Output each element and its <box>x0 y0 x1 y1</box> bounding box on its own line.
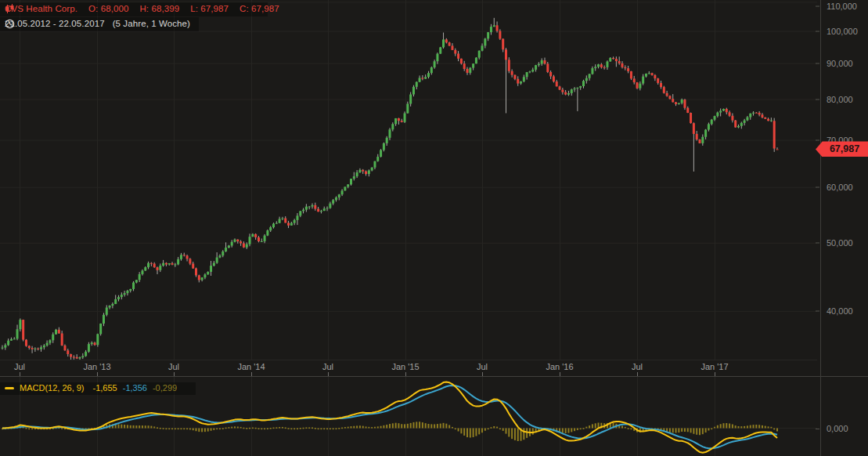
price-axis-tick <box>816 6 819 7</box>
last-price-value: 67,987 <box>830 143 859 154</box>
time-axis-tick <box>715 372 715 376</box>
time-axis-label: Jan '13 <box>83 362 110 371</box>
macd-signal-value: -1,356 <box>123 383 147 393</box>
clock-icon <box>5 19 15 29</box>
interval-label[interactable]: (5 Jahre, 1 Woche) <box>113 19 190 28</box>
macd-label[interactable]: MACD(12, 26, 9) <box>20 383 85 393</box>
time-axis-label: Jul <box>14 362 25 371</box>
date-range-row: 21.05.2012 - 22.05.2017 (5 Jahre, 1 Woch… <box>5 19 190 28</box>
price-axis-label: 110,000 <box>827 2 857 11</box>
symbol-ohlc-row: CVS Health Corp. O: 68,000 H: 68,399 L: … <box>5 4 279 13</box>
time-axis-label: Jul <box>168 362 179 371</box>
price-axis-tick <box>816 311 819 312</box>
time-axis-tick <box>560 372 560 376</box>
chart-window: JulJan '13JulJan '14JulJan '15JulJan '16… <box>0 0 868 456</box>
price-axis-line <box>820 0 821 456</box>
price-axis-label: 40,000 <box>827 306 853 316</box>
ohlc-open: O: 68,000 <box>88 4 128 13</box>
time-axis-tick <box>97 372 98 376</box>
time-axis-tick <box>251 372 252 376</box>
time-axis-tick <box>405 372 406 376</box>
ohlc-high: H: 68,399 <box>139 4 179 13</box>
time-axis-label: Jan '16 <box>546 362 573 371</box>
macd-hist-value: -0,299 <box>153 383 177 393</box>
time-axis[interactable]: JulJan '13JulJan '14JulJan '15JulJan '16… <box>0 360 817 376</box>
macd-zero-tick <box>816 429 819 429</box>
candlestick-logo-icon <box>5 4 15 14</box>
time-axis-tick <box>328 372 329 376</box>
macd-legend: MACD(12, 26, 9) -1,655 -1,356 -0,299 <box>5 383 177 393</box>
time-axis-tick <box>482 372 483 376</box>
time-axis-label: Jul <box>632 362 643 371</box>
time-axis-tick <box>174 372 175 376</box>
macd-zero-label: 0,000 <box>827 424 848 433</box>
time-axis-label: Jan '14 <box>237 362 265 371</box>
price-axis-tick <box>816 63 819 64</box>
ohlc-close: C: 67,987 <box>240 4 279 13</box>
price-axis-label: 100,000 <box>827 27 858 36</box>
price-axis-label: 50,000 <box>827 238 853 248</box>
price-axis-label: 60,000 <box>827 183 853 192</box>
time-axis-tick <box>637 372 638 376</box>
symbol-name[interactable]: CVS Health Corp. <box>5 4 77 13</box>
price-axis-tick <box>816 140 819 141</box>
price-chart[interactable] <box>0 0 817 360</box>
price-axis-label: 90,000 <box>827 59 853 68</box>
time-axis-tick <box>20 372 20 376</box>
macd-value: -1,655 <box>93 383 117 393</box>
price-axis-tick <box>816 31 819 32</box>
price-axis-label: 80,000 <box>827 95 853 104</box>
price-axis-tick <box>816 187 819 188</box>
time-axis-label: Jul <box>322 362 333 371</box>
macd-line-icon <box>5 387 14 389</box>
time-axis-label: Jan '15 <box>391 362 419 371</box>
pane-divider[interactable] <box>0 376 868 377</box>
time-axis-label: Jul <box>477 362 488 371</box>
price-axis-tick <box>816 100 819 100</box>
time-axis-label: Jan '17 <box>701 362 728 371</box>
date-range[interactable]: 21.05.2012 - 22.05.2017 <box>5 19 105 28</box>
price-axis-tick <box>816 243 819 244</box>
last-price-tag: 67,987 <box>816 141 868 157</box>
ohlc-low: L: 67,987 <box>190 4 229 13</box>
